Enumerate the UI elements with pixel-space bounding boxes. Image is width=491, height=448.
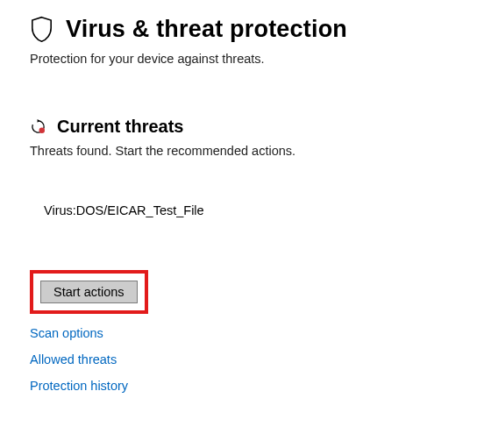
svg-marker-0 — [38, 119, 40, 123]
threat-item: Virus:DOS/EICAR_Test_File — [44, 203, 461, 217]
page-subtitle: Protection for your device against threa… — [30, 52, 461, 66]
page-header: Virus & threat protection — [30, 16, 461, 43]
scan-options-link[interactable]: Scan options — [30, 326, 103, 340]
current-threats-header: Current threats — [30, 117, 461, 137]
current-threats-status: Threats found. Start the recommended act… — [30, 144, 461, 158]
page-title: Virus & threat protection — [66, 16, 347, 43]
protection-history-link[interactable]: Protection history — [30, 379, 128, 393]
allowed-threats-link[interactable]: Allowed threats — [30, 352, 117, 366]
start-actions-button[interactable]: Start actions — [40, 281, 138, 303]
start-actions-highlight: Start actions — [30, 270, 148, 314]
refresh-alert-icon — [30, 118, 46, 135]
current-threats-heading: Current threats — [57, 117, 183, 137]
svg-point-1 — [39, 128, 45, 133]
shield-icon — [30, 16, 53, 43]
